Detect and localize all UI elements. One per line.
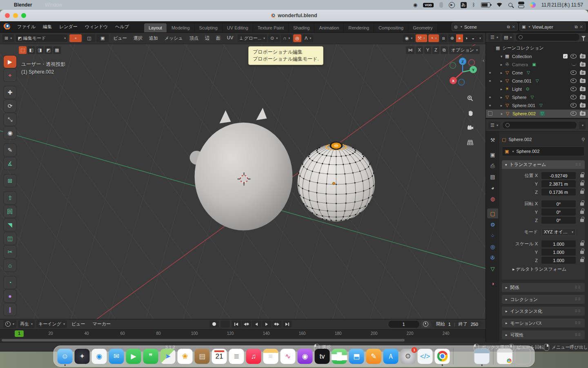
object-name[interactable]: Collection bbox=[512, 54, 532, 59]
unlink-scene-icon[interactable]: ✕ bbox=[512, 25, 515, 29]
play-icon[interactable]: ▶ bbox=[449, 2, 455, 8]
app-menu-blender[interactable]: Blender bbox=[14, 2, 32, 8]
mirror-x-button[interactable]: X bbox=[416, 46, 423, 54]
dock-item[interactable]: ▤ bbox=[195, 349, 210, 364]
tool-button[interactable]: ◔ bbox=[4, 276, 16, 289]
dock-item[interactable]: 21 bbox=[212, 349, 227, 364]
properties-editor-type-button[interactable]: ☰▾ bbox=[488, 121, 500, 129]
delta-transform-panel[interactable]: ▸ デルタトランスフォーム bbox=[502, 265, 584, 276]
properties-tab[interactable]: ▢ bbox=[487, 209, 498, 218]
scene-selector[interactable]: ◎▾ Scene ⧉ ✕ bbox=[452, 22, 518, 31]
hide-in-viewport-eye-icon[interactable] bbox=[570, 111, 577, 116]
viewport-menu-item[interactable]: メッシュ bbox=[161, 35, 186, 41]
properties-options-dropdown[interactable]: ▾ bbox=[579, 121, 586, 129]
viewport-menu-item[interactable]: 頂点 bbox=[186, 35, 202, 41]
properties-tab[interactable]: ▤ bbox=[487, 172, 498, 182]
select-mode-button[interactable]: ◨ bbox=[36, 46, 44, 54]
edge-select-mode-button[interactable]: ◫ bbox=[83, 34, 95, 42]
dock-item[interactable]: ☺ bbox=[58, 349, 73, 364]
mode-dropdown[interactable]: ◩ 編集モード▾ bbox=[15, 34, 68, 43]
dock-item[interactable]: ✎ bbox=[366, 349, 381, 364]
tool-button[interactable]: ⌂ bbox=[4, 259, 16, 272]
panel-grip-icon[interactable]: ⠿⠿ bbox=[575, 297, 581, 301]
overlays-toggle[interactable]: ◔▾ bbox=[428, 34, 439, 42]
smooth-sphere-object[interactable] bbox=[190, 108, 293, 231]
dock-item[interactable]: ⬒ bbox=[349, 349, 364, 364]
outliner-display-mode-dropdown[interactable]: ☰▾ bbox=[488, 34, 500, 41]
transform-panel-header[interactable]: ▾トランスフォーム ⠿⠿ bbox=[502, 160, 585, 169]
disable-in-renders-camera-icon[interactable] bbox=[580, 103, 586, 108]
spotlight-search-icon[interactable] bbox=[508, 3, 512, 7]
disclosure-triangle-icon[interactable]: ▸ bbox=[499, 112, 504, 116]
outliner-search-input[interactable] bbox=[515, 33, 580, 41]
tool-button[interactable]: ⌖ bbox=[4, 69, 16, 81]
workspace-tab[interactable]: Sculpting bbox=[195, 23, 223, 32]
collapsed-panel[interactable]: ▸インスタンス化 ⠿⠿ bbox=[502, 307, 585, 316]
new-viewlayer-icon[interactable]: ⧉ bbox=[575, 25, 577, 29]
lock-icon[interactable] bbox=[580, 182, 584, 186]
timeline-ruler[interactable]: 1 20406080100120140160180200220240 bbox=[0, 329, 486, 339]
vertex-select-mode-button[interactable]: ▫ bbox=[69, 34, 82, 42]
tool-button[interactable]: ✚ bbox=[4, 86, 16, 99]
properties-tab[interactable]: ⁘ bbox=[487, 231, 498, 240]
panel-grip-icon[interactable]: ⠿⠿ bbox=[575, 285, 581, 289]
lock-icon[interactable] bbox=[580, 259, 584, 262]
mic-icon[interactable] bbox=[439, 2, 443, 8]
properties-tab[interactable]: ◑ bbox=[487, 278, 498, 288]
properties-tab[interactable]: ⚙ bbox=[487, 220, 498, 229]
viewport-menu-item[interactable]: ビュー bbox=[110, 35, 130, 41]
snap-toggle-button[interactable]: ∩▾ bbox=[281, 34, 292, 42]
workspace-tab[interactable]: UV Editing bbox=[223, 23, 253, 32]
disclosure-triangle-icon[interactable]: ▸ bbox=[499, 95, 504, 99]
dock-item[interactable] bbox=[493, 348, 494, 364]
outliner-row[interactable]: ▸ ▽ Cone ▽ ✓ bbox=[486, 69, 588, 77]
dock-item[interactable]: ✉ bbox=[109, 349, 124, 364]
dock-item[interactable] bbox=[435, 349, 450, 364]
proportional-falloff-dropdown[interactable]: Λ▾ bbox=[303, 34, 313, 42]
disable-in-renders-camera-icon[interactable] bbox=[580, 95, 586, 99]
disable-in-renders-camera-icon[interactable] bbox=[580, 54, 586, 58]
disclosure-triangle-icon[interactable]: ▸ bbox=[499, 87, 504, 91]
location-value-field[interactable]: 2.3871 m bbox=[541, 180, 576, 187]
filter-funnel-icon[interactable] bbox=[581, 36, 586, 38]
hide-in-viewport-eye-icon[interactable] bbox=[570, 87, 577, 91]
panel-grip-icon[interactable]: ⠿⠿ bbox=[575, 321, 581, 325]
lock-icon[interactable] bbox=[580, 191, 584, 194]
bluetooth-icon[interactable]: ᛒ bbox=[472, 2, 475, 8]
mirror-icon[interactable]: ⋈ bbox=[406, 46, 414, 54]
tool-button[interactable]: ∡ bbox=[4, 157, 16, 170]
input-source-icon[interactable]: あ bbox=[461, 2, 467, 8]
viewport-menu-item[interactable]: 面 bbox=[213, 35, 224, 41]
current-frame-field[interactable]: 1 bbox=[388, 320, 420, 328]
select-mode-button[interactable]: ⬚ bbox=[19, 46, 27, 54]
workspace-tab[interactable]: Geometry bbox=[408, 23, 437, 32]
play-button[interactable] bbox=[262, 321, 272, 328]
lock-icon[interactable] bbox=[580, 219, 584, 222]
menu-window[interactable]: Window bbox=[41, 2, 66, 8]
topbar-menu-item[interactable]: ヘルプ bbox=[111, 24, 133, 30]
select-mode-button[interactable]: ◩ bbox=[45, 46, 52, 54]
dock-item[interactable]: ▆█▅ bbox=[332, 349, 347, 364]
tool-button[interactable]: 回 bbox=[4, 205, 16, 218]
breadcrumb-object-name[interactable]: Sphere.002 bbox=[508, 137, 532, 142]
select-mode-button[interactable]: ▦ bbox=[53, 46, 61, 54]
tool-button[interactable]: ▶ bbox=[4, 56, 16, 68]
properties-search-input[interactable] bbox=[502, 121, 577, 129]
snap-target-icon[interactable]: ⧉ bbox=[441, 46, 448, 54]
wireframe-shading-button[interactable]: ⊕ bbox=[448, 34, 456, 42]
auto-keying-record-button[interactable] bbox=[209, 321, 219, 328]
jump-to-end-button[interactable] bbox=[283, 321, 292, 328]
dock-item[interactable] bbox=[515, 348, 531, 364]
timeline-scrollbar[interactable] bbox=[0, 338, 486, 342]
viewlayer-selector[interactable]: ▣▾ ViewLayer ⧉ ✕ bbox=[519, 22, 586, 31]
outliner-row[interactable]: ▸ ▽ Cone.001 ▽ ✓ bbox=[486, 77, 588, 85]
dock-item[interactable]: ≣ bbox=[229, 349, 244, 364]
tool-button[interactable]: ⊞ bbox=[4, 175, 16, 187]
lock-icon[interactable] bbox=[580, 211, 584, 214]
tool-button[interactable]: ⟳ bbox=[4, 100, 16, 112]
viewport-menu-item[interactable]: 辺 bbox=[202, 35, 213, 41]
hide-in-viewport-eye-icon[interactable] bbox=[570, 70, 577, 75]
topbar-menu-item[interactable]: 編集 bbox=[39, 24, 56, 30]
topbar-menu-item[interactable]: ファイル bbox=[13, 24, 39, 30]
collapsed-panel[interactable]: ▸関係 ⠿⠿ bbox=[502, 283, 585, 292]
